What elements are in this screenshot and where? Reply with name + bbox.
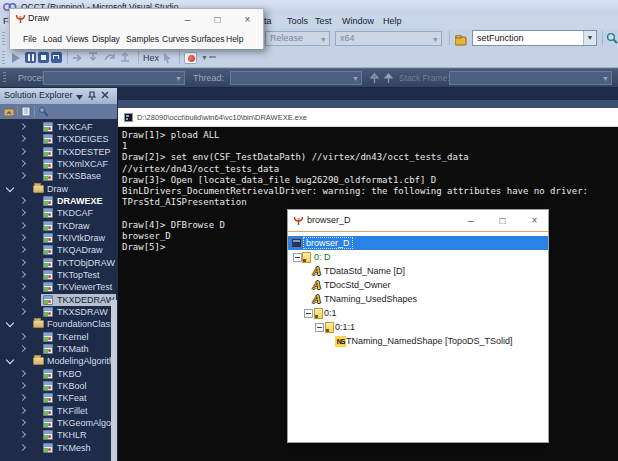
find-symbol-icon[interactable] (606, 31, 618, 49)
draw-menu-load[interactable]: Load (43, 34, 62, 44)
solution-explorer-item-tkxdestep[interactable]: TKXDESTEP (0, 146, 116, 158)
solution-explorer-item-tkhlr[interactable]: TKHLR (0, 429, 116, 441)
solution-explorer-item-tkivtkdraw[interactable]: TKIVtkDraw (0, 232, 116, 244)
solution-explorer-item-tkfeat[interactable]: TKFeat (0, 392, 116, 404)
draw-menu-views[interactable]: Views (66, 34, 89, 44)
step-out-icon[interactable] (119, 52, 132, 63)
pin-icon[interactable] (88, 91, 96, 103)
draw-menu-samples[interactable]: Samples (126, 34, 159, 44)
collapsed-arrow-icon[interactable] (19, 308, 26, 315)
window-position-icon[interactable] (76, 93, 83, 102)
collapse-box-icon[interactable] (304, 309, 313, 318)
browser-tree-item[interactable]: ATNaming_UsedShapes (288, 292, 548, 306)
browser-tree-item[interactable]: ATDataStd_Name [D] (288, 264, 548, 278)
collapsed-arrow-icon[interactable] (19, 172, 26, 179)
solution-explorer-item-modelingalgorithms[interactable]: ModelingAlgorithms (0, 355, 116, 367)
collapse-all-icon[interactable] (3, 106, 15, 117)
draw-menu-curves[interactable]: Curves (162, 34, 189, 44)
solution-explorer-item-tkviewertest[interactable]: TKViewerTest (0, 281, 116, 293)
collapsed-arrow-icon[interactable] (19, 123, 26, 130)
collapsed-arrow-icon[interactable] (19, 431, 26, 438)
collapsed-arrow-icon[interactable] (19, 407, 26, 414)
collapsed-arrow-icon[interactable] (19, 382, 26, 389)
solution-explorer-item-draw[interactable]: Draw (0, 183, 116, 195)
solution-explorer-item-tkxdeiges[interactable]: TKXDEIGES (0, 133, 116, 145)
collapsed-arrow-icon[interactable] (19, 160, 26, 167)
collapsed-arrow-icon[interactable] (19, 283, 26, 290)
toolbar-gripper[interactable] (3, 72, 6, 84)
find-in-files-icon[interactable] (455, 32, 467, 43)
solution-explorer-item-tkernel[interactable]: TKernel (0, 331, 116, 343)
solution-explorer-item-tkdraw[interactable]: TKDraw (0, 220, 116, 232)
breakpoint-window-icon[interactable] (184, 52, 197, 64)
browser-tree-item[interactable]: NSTNaming_NamedShape [TopoDS_TSolid] (288, 334, 548, 348)
solution-explorer-item-tkxdedraw[interactable]: TKXDEDRAW (0, 294, 116, 306)
collapsed-arrow-icon[interactable] (19, 419, 26, 426)
stack-frame-combo[interactable]: ▼ (449, 71, 612, 85)
solution-explorer-item-tkxsbase[interactable]: TKXSBase (0, 170, 116, 182)
menu-help[interactable]: Help (383, 16, 402, 26)
console-titlebar[interactable]: D:\28090\occt\build\win64\vc10\bin\DRAWE… (118, 108, 618, 127)
pause-icon[interactable] (25, 52, 36, 63)
solution-explorer-item-tkxsdraw[interactable]: TKXSDRAW (0, 306, 116, 318)
show-next-statement-icon[interactable] (72, 53, 84, 63)
solution-explorer-item-tkfillet[interactable]: TKFillet (0, 405, 116, 417)
menu-window[interactable]: Window (342, 16, 374, 26)
collapsed-arrow-icon[interactable] (19, 345, 26, 352)
draw-menu-surfaces[interactable]: Surfaces (191, 34, 225, 44)
configuration-combo[interactable]: Release▼ (265, 31, 330, 46)
continue-icon[interactable] (12, 53, 20, 63)
solution-explorer-item-foundationclasses[interactable]: FoundationClasses (0, 318, 116, 330)
draw-menu-file[interactable]: File (23, 34, 37, 44)
solution-explorer-item-tkxcaf[interactable]: TKXCAF (0, 121, 116, 133)
browser-tree-item[interactable]: ATDocStd_Owner (288, 278, 548, 292)
solution-explorer-item-tkmesh[interactable]: TKMesh (0, 442, 116, 454)
restart-icon[interactable] (51, 52, 62, 63)
collapsed-arrow-icon[interactable] (19, 271, 26, 278)
collapsed-arrow-icon[interactable] (19, 296, 26, 303)
collapsed-arrow-icon[interactable] (19, 222, 26, 229)
step-into-icon[interactable] (87, 52, 100, 63)
properties-icon[interactable] (38, 106, 50, 117)
collapsed-arrow-icon[interactable] (19, 259, 26, 266)
thread-combo[interactable]: ▼ (230, 71, 362, 85)
expanded-arrow-icon[interactable] (6, 356, 14, 364)
pointer-icon[interactable] (162, 52, 173, 64)
solution-explorer-item-tkxmlxcaf[interactable]: TKXmlXCAF (0, 158, 116, 170)
collapsed-arrow-icon[interactable] (19, 333, 26, 340)
step-over-icon[interactable] (103, 52, 116, 63)
show-all-files-icon[interactable] (21, 106, 32, 117)
close-button[interactable]: × (528, 214, 541, 227)
menu-test[interactable]: Test (315, 16, 332, 26)
collapsed-arrow-icon[interactable] (19, 370, 26, 377)
solution-explorer-item-tkgeomalgo[interactable]: TKGeomAlgo (0, 417, 116, 429)
solution-explorer-item-tkmath[interactable]: TKMath (0, 343, 116, 355)
toolbar-gripper[interactable] (2, 51, 5, 64)
collapsed-arrow-icon[interactable] (19, 135, 26, 142)
collapsed-arrow-icon[interactable] (19, 209, 26, 216)
draw-menu-help[interactable]: Help (226, 34, 243, 44)
solution-explorer-header[interactable]: Solution Explorer (0, 88, 117, 104)
close-button[interactable]: × (241, 13, 254, 26)
platform-combo[interactable]: x64▼ (335, 31, 442, 46)
process-combo[interactable]: ▼ (43, 71, 185, 85)
browser-tree-item[interactable]: 0: D (288, 250, 548, 264)
browser-tree-item[interactable]: browser_D (288, 236, 548, 250)
dropdown-arrow[interactable]: ▼ (201, 54, 208, 61)
solution-explorer-item-tkbo[interactable]: TKBO (0, 368, 116, 380)
flag-icon-1[interactable] (369, 73, 380, 84)
collapsed-arrow-icon[interactable] (19, 394, 26, 401)
toolbar-gripper[interactable] (2, 32, 5, 45)
browser-titlebar[interactable]: browser_D – □ × (288, 210, 548, 232)
maximize-button[interactable]: □ (496, 214, 509, 227)
stop-icon[interactable] (38, 52, 49, 63)
expanded-arrow-icon[interactable] (6, 319, 14, 327)
collapsed-arrow-icon[interactable] (19, 444, 26, 451)
solution-explorer-item-tktoptest[interactable]: TKTopTest (0, 269, 116, 281)
collapsed-arrow-icon[interactable] (19, 246, 26, 253)
menu-tools[interactable]: Tools (287, 16, 308, 26)
collapsed-arrow-icon[interactable] (19, 234, 26, 241)
close-icon[interactable] (101, 91, 109, 101)
solution-explorer-item-tkdcaf[interactable]: TKDCAF (0, 207, 116, 219)
solution-explorer-item-drawexe[interactable]: DRAWEXE (0, 195, 116, 207)
